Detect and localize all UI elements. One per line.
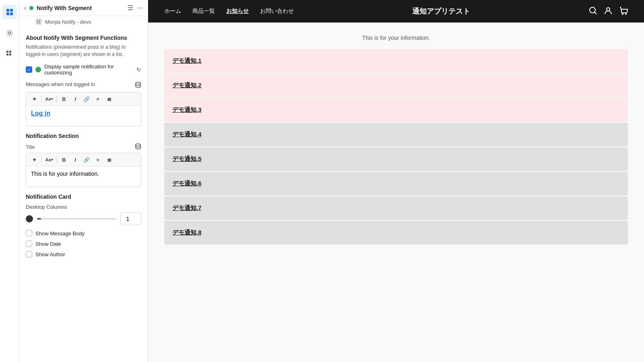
title-toolbar: ✦ Aa ▾ B I 🔗 ≡ ≣ bbox=[26, 153, 141, 167]
toolbar-ordered-btn[interactable]: ≣ bbox=[104, 94, 114, 104]
icon-bar bbox=[0, 0, 19, 362]
preview-content: This is for your information. デモ通知.1デモ通知… bbox=[148, 23, 644, 362]
nav-link-home[interactable]: ホーム bbox=[164, 8, 181, 15]
title-toolbar-italic-btn[interactable]: I bbox=[70, 155, 80, 165]
title-toolbar-link-btn[interactable]: 🔗 bbox=[82, 155, 91, 165]
store-nav: ホーム 商品一覧 お知らせ お問い合わせ 通知アプリテスト bbox=[148, 0, 644, 23]
icon-bar-layout[interactable] bbox=[2, 5, 17, 19]
store-nav-links: ホーム 商品一覧 お知らせ お問い合わせ bbox=[164, 8, 294, 15]
sidebar-content: About Notify With Segment Functions Noti… bbox=[19, 28, 148, 362]
show-date-label: Show Date bbox=[35, 241, 61, 247]
store-nav-icons bbox=[588, 6, 628, 17]
show-date-row: Show Date bbox=[26, 241, 141, 247]
notification-card-title: Notification Card bbox=[26, 193, 141, 200]
app-subtitle: Monjia Notify - devs bbox=[45, 19, 91, 25]
show-message-body-label: Show Message Body bbox=[35, 230, 85, 237]
account-icon[interactable] bbox=[604, 6, 613, 17]
desktop-columns-label: Desktop Columns bbox=[26, 204, 141, 210]
display-sample-checkbox[interactable]: ✓ bbox=[26, 66, 32, 73]
toolbar-font-btn[interactable]: Aa ▾ bbox=[44, 94, 54, 104]
title-toolbar-sep1 bbox=[41, 156, 42, 163]
title-toolbar-bold-btn[interactable]: B bbox=[59, 155, 69, 165]
nav-link-contact[interactable]: お問い合わせ bbox=[260, 8, 294, 15]
svg-rect-12 bbox=[39, 22, 40, 23]
sidebar-title: Notify With Segment bbox=[37, 5, 124, 11]
notification-item[interactable]: デモ通知.1 bbox=[164, 49, 628, 73]
svg-rect-6 bbox=[9, 51, 11, 53]
svg-rect-0 bbox=[6, 9, 9, 12]
title-label-text: Title bbox=[26, 144, 35, 150]
toolbar-bold-btn[interactable]: B bbox=[59, 94, 69, 104]
toolbar-sep1 bbox=[41, 95, 42, 103]
sidebar-header: ‹ Notify With Segment ☰ ⋯ bbox=[19, 0, 148, 16]
show-date-checkbox[interactable] bbox=[26, 241, 32, 247]
messages-section-header: Messages when not logged in bbox=[26, 81, 141, 90]
svg-rect-10 bbox=[39, 20, 40, 21]
title-content-text: This is for your information. bbox=[31, 171, 99, 177]
svg-point-18 bbox=[622, 14, 623, 14]
notification-item[interactable]: デモ通知.5 bbox=[164, 147, 628, 171]
title-toolbar-sep2 bbox=[56, 156, 57, 163]
svg-rect-1 bbox=[10, 9, 13, 12]
show-message-body-checkbox[interactable] bbox=[26, 230, 32, 237]
svg-point-14 bbox=[136, 144, 140, 146]
notification-item-title: デモ通知.2 bbox=[172, 82, 202, 88]
svg-rect-8 bbox=[9, 53, 11, 56]
sidebar: ‹ Notify With Segment ☰ ⋯ Monjia Notify … bbox=[19, 0, 148, 362]
cart-icon[interactable] bbox=[619, 6, 628, 17]
notification-item[interactable]: デモ通知.6 bbox=[164, 172, 628, 195]
toolbar-sep2 bbox=[56, 95, 57, 103]
notification-list: デモ通知.1デモ通知.2デモ通知.3デモ通知.4デモ通知.5デモ通知.6デモ通知… bbox=[164, 49, 628, 245]
notification-item-title: デモ通知.4 bbox=[172, 131, 202, 138]
search-icon[interactable] bbox=[588, 6, 597, 17]
svg-point-19 bbox=[625, 14, 626, 14]
title-toolbar-ordered-btn[interactable]: ≣ bbox=[104, 155, 114, 165]
title-editor-body[interactable]: This is for your information. bbox=[26, 167, 141, 187]
title-toolbar-font-btn[interactable]: Aa ▾ bbox=[44, 155, 54, 165]
toolbar-magic-btn[interactable]: ✦ bbox=[29, 94, 39, 104]
about-title: About Notify With Segment Functions bbox=[26, 35, 141, 41]
nav-link-notifications[interactable]: お知らせ bbox=[226, 8, 249, 15]
icon-bar-settings[interactable] bbox=[2, 26, 17, 40]
title-db-icon[interactable] bbox=[135, 143, 141, 151]
notification-item-title: デモ通知.3 bbox=[172, 106, 202, 113]
columns-input[interactable]: 1 bbox=[120, 212, 141, 225]
notification-item[interactable]: デモ通知.4 bbox=[164, 123, 628, 146]
notification-item[interactable]: デモ通知.8 bbox=[164, 221, 628, 245]
show-author-label: Show Author bbox=[35, 251, 65, 257]
sidebar-header-icons: ☰ ⋯ bbox=[128, 4, 143, 12]
slider-handle[interactable] bbox=[26, 215, 33, 222]
svg-point-4 bbox=[8, 32, 11, 34]
notification-item-title: デモ通知.1 bbox=[172, 57, 202, 64]
toolbar-italic-btn[interactable]: I bbox=[70, 94, 80, 104]
refresh-icon[interactable]: ↻ bbox=[136, 66, 141, 73]
icon-bar-apps[interactable] bbox=[2, 47, 17, 61]
login-message-editor: ✦ Aa ▾ B I 🔗 ≡ ≣ Log in bbox=[26, 92, 141, 126]
notification-section-title: Notification Section bbox=[26, 133, 141, 139]
svg-rect-5 bbox=[6, 51, 8, 53]
svg-rect-2 bbox=[6, 12, 9, 15]
title-toolbar-list-btn[interactable]: ≡ bbox=[93, 155, 103, 165]
checkbox-check-icon: ✓ bbox=[27, 68, 31, 72]
display-sample-label: Display sample notification for customiz… bbox=[44, 64, 133, 76]
show-author-checkbox[interactable] bbox=[26, 251, 32, 257]
login-message-body[interactable]: Log in bbox=[26, 106, 141, 126]
title-editor: ✦ Aa ▾ B I 🔗 ≡ ≣ This is for your inform… bbox=[26, 153, 141, 187]
notification-item[interactable]: デモ通知.7 bbox=[164, 196, 628, 220]
back-button[interactable]: ‹ bbox=[24, 4, 26, 12]
more-icon[interactable]: ⋯ bbox=[136, 4, 143, 12]
login-link[interactable]: Log in bbox=[31, 110, 50, 117]
toolbar-link-btn[interactable]: 🔗 bbox=[82, 94, 91, 104]
nav-link-products[interactable]: 商品一覧 bbox=[192, 8, 215, 15]
menu-icon[interactable]: ☰ bbox=[128, 4, 133, 12]
svg-point-13 bbox=[136, 82, 140, 84]
slider-track[interactable] bbox=[37, 218, 116, 220]
messages-db-icon[interactable] bbox=[135, 82, 141, 90]
sidebar-sub-header: Monjia Notify - devs bbox=[19, 16, 148, 28]
notification-item[interactable]: デモ通知.2 bbox=[164, 74, 628, 97]
notification-item[interactable]: デモ通知.3 bbox=[164, 98, 628, 122]
toolbar-list-btn[interactable]: ≡ bbox=[93, 94, 103, 104]
title-toolbar-magic-btn[interactable]: ✦ bbox=[29, 155, 39, 165]
notification-item-title: デモ通知.5 bbox=[172, 155, 202, 162]
display-sample-row: ✓ Display sample notification for custom… bbox=[26, 64, 141, 76]
